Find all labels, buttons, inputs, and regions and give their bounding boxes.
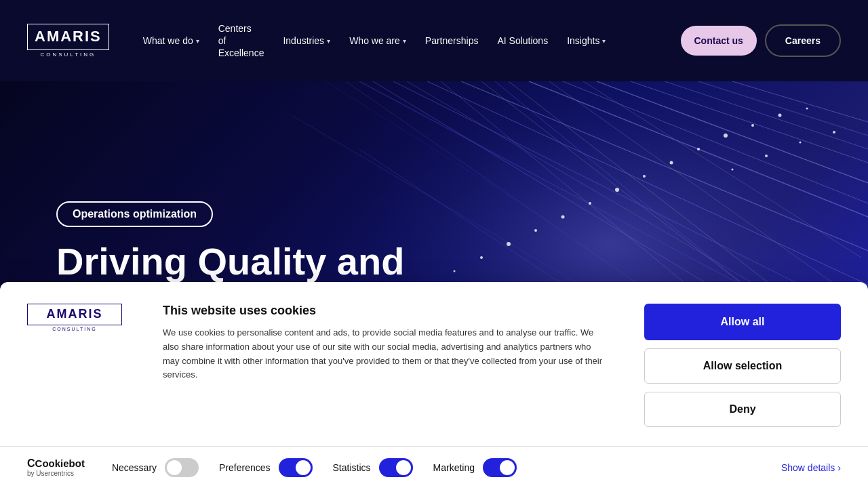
nav-item-insights[interactable]: Insights ▾ bbox=[560, 31, 612, 50]
chevron-down-icon: ▾ bbox=[196, 37, 199, 45]
cookie-body: We use cookies to personalise content an… bbox=[163, 326, 604, 382]
cookiebot-logo: CCookiebot by Usercentrics bbox=[27, 458, 85, 477]
toggle-necessary: Necessary bbox=[112, 458, 199, 477]
cookiebot-name: CCookiebot bbox=[27, 458, 85, 470]
svg-point-41 bbox=[765, 155, 768, 157]
logo[interactable]: AMARIS CONSULTING bbox=[27, 24, 109, 57]
toggle-statistics-label: Statistics bbox=[333, 462, 371, 473]
cookie-logo-text: AMARIS bbox=[27, 304, 122, 325]
careers-button[interactable]: Careers bbox=[765, 24, 841, 57]
deny-button[interactable]: Deny bbox=[644, 392, 841, 427]
cookie-banner: AMARIS CONSULTING This website uses cook… bbox=[0, 282, 868, 488]
nav-item-centers[interactable]: CentersofExcellence bbox=[212, 18, 271, 64]
toggle-marketing-switch[interactable] bbox=[483, 458, 517, 477]
svg-point-32 bbox=[589, 202, 591, 205]
cookie-logo-sub: CONSULTING bbox=[27, 327, 122, 331]
svg-point-26 bbox=[670, 161, 673, 165]
cookie-buttons: Allow all Allow selection Deny bbox=[644, 304, 841, 427]
svg-point-33 bbox=[561, 216, 565, 219]
nav-item-who-we-are[interactable]: Who we are ▾ bbox=[342, 31, 413, 50]
logo-text: AMARIS bbox=[27, 24, 109, 49]
svg-point-24 bbox=[615, 188, 619, 192]
cookiebot-sub: by Usercentrics bbox=[27, 470, 74, 477]
navbar: AMARIS CONSULTING What we do ▾ Centersof… bbox=[0, 0, 868, 81]
svg-point-31 bbox=[806, 108, 808, 110]
svg-point-30 bbox=[778, 114, 782, 117]
toggle-knob bbox=[167, 460, 182, 475]
toggle-marketing-label: Marketing bbox=[433, 462, 475, 473]
toggle-preferences-label: Preferences bbox=[219, 462, 270, 473]
svg-point-29 bbox=[751, 124, 754, 127]
nav-item-partnerships[interactable]: Partnerships bbox=[418, 31, 486, 50]
logo-sub: CONSULTING bbox=[27, 52, 109, 58]
toggle-knob bbox=[296, 460, 311, 475]
chevron-down-icon: ▾ bbox=[327, 37, 330, 45]
toggle-knob bbox=[500, 460, 515, 475]
toggle-marketing: Marketing bbox=[433, 458, 517, 477]
cookie-title: This website uses cookies bbox=[163, 304, 604, 318]
toggle-preferences-switch[interactable] bbox=[279, 458, 313, 477]
toggle-preferences: Preferences bbox=[219, 458, 312, 477]
contact-button[interactable]: Contact us bbox=[681, 26, 757, 56]
nav-item-ai-solutions[interactable]: AI Solutions bbox=[490, 31, 555, 50]
svg-point-40 bbox=[732, 169, 734, 171]
cookie-logo: AMARIS CONSULTING bbox=[27, 304, 122, 427]
svg-point-27 bbox=[697, 148, 700, 150]
chevron-down-icon: ▾ bbox=[602, 37, 606, 45]
svg-point-28 bbox=[724, 134, 728, 138]
nav-links: What we do ▾ CentersofExcellence Industr… bbox=[136, 18, 681, 64]
allow-selection-button[interactable]: Allow selection bbox=[644, 348, 841, 384]
cookie-toggles: Necessary Preferences Statistics bbox=[112, 458, 754, 477]
nav-cta: Contact us Careers bbox=[681, 24, 842, 57]
nav-item-what-we-do[interactable]: What we do ▾ bbox=[136, 31, 206, 50]
operations-tag[interactable]: Operations optimization bbox=[56, 201, 213, 227]
cookie-bottom: CCookiebot by Usercentrics Necessary Pre… bbox=[27, 447, 841, 488]
toggle-statistics: Statistics bbox=[333, 458, 413, 477]
toggle-necessary-label: Necessary bbox=[112, 462, 157, 473]
chevron-right-icon: › bbox=[837, 462, 841, 473]
cookie-top: AMARIS CONSULTING This website uses cook… bbox=[27, 304, 841, 427]
chevron-down-icon: ▾ bbox=[403, 37, 406, 45]
show-details-link[interactable]: Show details › bbox=[781, 462, 841, 473]
allow-all-button[interactable]: Allow all bbox=[644, 304, 841, 340]
toggle-statistics-switch[interactable] bbox=[379, 458, 413, 477]
centers-label: CentersofExcellence bbox=[218, 22, 264, 60]
svg-point-34 bbox=[534, 229, 537, 232]
svg-point-42 bbox=[800, 142, 802, 144]
toggle-knob bbox=[396, 460, 411, 475]
cookie-text-area: This website uses cookies We use cookies… bbox=[163, 304, 604, 427]
svg-point-43 bbox=[833, 131, 835, 134]
toggle-necessary-switch[interactable] bbox=[165, 458, 199, 477]
nav-item-industries[interactable]: Industries ▾ bbox=[276, 31, 337, 50]
svg-point-25 bbox=[643, 175, 646, 178]
